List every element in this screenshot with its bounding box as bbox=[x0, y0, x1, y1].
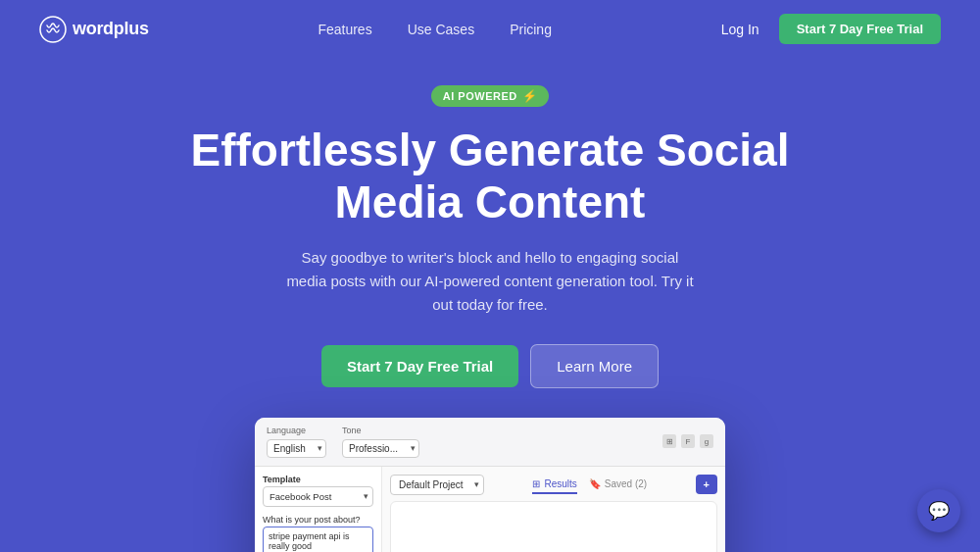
tone-field: Tone Professio... bbox=[342, 426, 419, 458]
svg-point-0 bbox=[40, 17, 66, 42]
nav-links: Features Use Cases Pricing bbox=[318, 22, 552, 37]
plus-button[interactable]: + bbox=[696, 475, 717, 494]
hero-subtitle: Say goodbye to writer's block and hello … bbox=[284, 246, 696, 317]
lightning-icon: ⚡ bbox=[522, 89, 538, 103]
what-field: What is your post about? stripe payment … bbox=[263, 515, 373, 552]
grid-icon[interactable]: ⊞ bbox=[662, 434, 676, 448]
window-icon-f[interactable]: F bbox=[681, 434, 695, 448]
nav-trial-button[interactable]: Start 7 Day Free Trial bbox=[779, 14, 941, 44]
language-label: Language bbox=[267, 426, 326, 435]
navbar: wordplus Features Use Cases Pricing Log … bbox=[0, 0, 980, 58]
template-select[interactable]: Facebook Post bbox=[263, 486, 373, 507]
window-icon-g[interactable]: g bbox=[700, 434, 713, 448]
nav-link-features[interactable]: Features bbox=[318, 22, 371, 37]
ai-badge: AI POWERED ⚡ bbox=[431, 85, 549, 107]
app-body: Template Facebook Post What is your post… bbox=[255, 467, 725, 552]
nav-link-pricing[interactable]: Pricing bbox=[510, 22, 552, 37]
tone-select-wrapper: Professio... bbox=[342, 438, 419, 458]
nav-link-use-cases[interactable]: Use Cases bbox=[408, 22, 474, 37]
chat-icon: 💬 bbox=[928, 500, 950, 522]
post-textarea[interactable]: stripe payment api is really good bbox=[263, 527, 373, 552]
tone-select[interactable]: Professio... bbox=[342, 439, 419, 458]
app-sidebar: Template Facebook Post What is your post… bbox=[255, 467, 382, 552]
start-trial-button[interactable]: Start 7 Day Free Trial bbox=[321, 345, 518, 387]
chat-button[interactable]: 💬 bbox=[917, 489, 960, 532]
project-select[interactable]: Default Project bbox=[390, 475, 484, 495]
app-top-left: Language English Tone Professio... bbox=[267, 426, 419, 458]
logo-text: wordplus bbox=[73, 19, 149, 39]
language-select-wrapper: English bbox=[267, 438, 326, 458]
hero-buttons: Start 7 Day Free Trial Learn More bbox=[321, 344, 659, 388]
app-main-top: Default Project ⊞ Results 🔖 Saved (2) bbox=[390, 475, 717, 495]
logo-icon bbox=[39, 16, 67, 43]
hero-section: AI POWERED ⚡ Effortlessly Generate Socia… bbox=[0, 58, 980, 388]
learn-more-button[interactable]: Learn More bbox=[530, 344, 659, 388]
ai-badge-text: AI POWERED bbox=[443, 90, 517, 102]
project-select-wrapper: Default Project bbox=[390, 475, 484, 495]
nav-right: Log In Start 7 Day Free Trial bbox=[721, 14, 941, 44]
template-field: Template Facebook Post bbox=[263, 475, 373, 507]
app-preview: Language English Tone Professio... bbox=[0, 418, 980, 552]
tab-results[interactable]: ⊞ Results bbox=[532, 476, 576, 494]
login-link[interactable]: Log In bbox=[721, 22, 760, 37]
what-label: What is your post about? bbox=[263, 515, 373, 525]
saved-icon: 🔖 bbox=[589, 478, 601, 489]
tab-saved-label: Saved (2) bbox=[605, 478, 647, 489]
template-label: Template bbox=[263, 475, 373, 484]
app-content-area bbox=[390, 501, 717, 552]
language-select[interactable]: English bbox=[267, 439, 326, 458]
app-top-bar: Language English Tone Professio... bbox=[255, 418, 725, 467]
tab-saved[interactable]: 🔖 Saved (2) bbox=[589, 476, 647, 494]
app-main-area: Default Project ⊞ Results 🔖 Saved (2) bbox=[382, 467, 725, 552]
hero-title: Effortlessly Generate Social Media Conte… bbox=[157, 125, 823, 228]
results-icon: ⊞ bbox=[532, 478, 540, 489]
language-field: Language English bbox=[267, 426, 326, 458]
template-select-wrapper: Facebook Post bbox=[263, 486, 373, 507]
results-tabs: ⊞ Results 🔖 Saved (2) bbox=[532, 476, 647, 494]
window-icons: ⊞ F g bbox=[662, 434, 713, 448]
logo[interactable]: wordplus bbox=[39, 16, 149, 43]
tab-results-label: Results bbox=[544, 478, 576, 489]
tone-label: Tone bbox=[342, 426, 419, 435]
app-window: Language English Tone Professio... bbox=[255, 418, 725, 552]
